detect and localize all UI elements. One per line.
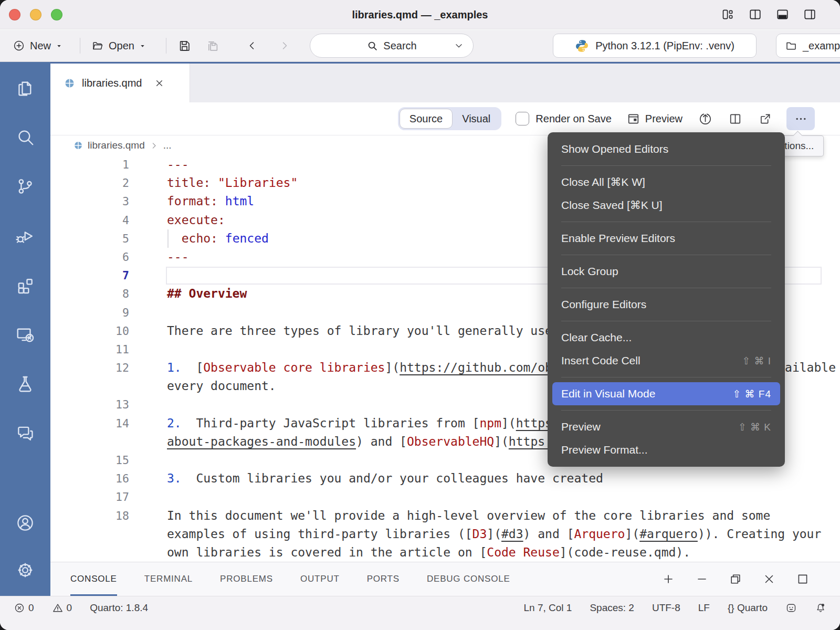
remote-icon[interactable] [15,324,35,344]
status-left: 00Quarto: 1.8.4 [14,602,148,614]
panel-tab-debug-console[interactable]: DEBUG CONSOLE [427,562,510,596]
python-icon [575,39,589,53]
panel-maximize-icon[interactable] [796,572,810,586]
extensions-icon[interactable] [15,275,35,295]
code-line-text: 3. Custom libraries you and/or your coll… [167,469,840,488]
search-icon[interactable] [15,127,35,147]
status-warning-count[interactable]: 0 [52,602,72,614]
project-button[interactable]: _examples [776,34,840,58]
new-button[interactable]: New [13,34,64,58]
status-text: Ln 7, Col 1 [524,602,572,614]
status-feedback[interactable] [785,602,797,614]
menu-item-lock-group[interactable]: Lock Group [548,260,785,283]
save-all-icon [206,39,220,53]
window-title: libraries.qmd — _examples [0,0,840,29]
status-notifications[interactable] [815,602,826,614]
menu-item-close-all-k-w[interactable]: Close All [⌘K W] [548,171,785,194]
save-all-button[interactable] [206,34,220,58]
source-control-icon[interactable] [15,176,35,196]
customize-layout-icon[interactable] [721,7,735,22]
settings-icon[interactable] [15,560,35,580]
main-toolbar: New Open Search Python 3.12.1 (P [0,30,840,62]
menu-separator [561,222,771,222]
menu-item-preview-format[interactable]: Preview Format... [548,438,785,461]
status-indentation[interactable]: Spaces: 2 [590,602,634,614]
line-number: 14 [50,414,129,433]
status-text: Spaces: 2 [590,602,634,614]
menu-item-label: Edit in Visual Mode [561,387,732,400]
status-eol[interactable]: LF [698,602,710,614]
status-text: Quarto: 1.8.4 [90,602,148,614]
panel-minimize-icon[interactable] [695,572,709,586]
source-mode-button[interactable]: Source [400,109,453,129]
quarto-file-icon [64,78,75,89]
toggle-panel-icon[interactable] [775,7,790,22]
testing-icon[interactable] [15,374,35,394]
search-icon [366,40,378,51]
menu-item-label: Lock Group [561,265,771,278]
more-actions-button[interactable] [786,107,815,130]
menu-item-clear-cache[interactable]: Clear Cache... [548,326,785,349]
open-button[interactable]: Open [91,34,147,58]
error-icon [14,602,25,614]
panel-close-x-icon[interactable] [762,572,776,586]
code-row: own libraries is covered in the article … [50,543,840,562]
panel-restore-icon[interactable] [729,572,742,586]
save-icon [177,39,192,53]
status-quarto-version[interactable]: Quarto: 1.8.4 [90,602,148,614]
breadcrumb-file[interactable]: libraries.qmd [88,140,145,151]
new-plus-icon [13,39,25,52]
menu-item-preview[interactable]: Preview⇧ ⌘ K [548,415,785,438]
status-cursor-position[interactable]: Ln 7, Col 1 [524,602,572,614]
interpreter-selector[interactable]: Python 3.12.1 (PipEnv: .venv) [553,34,757,58]
panel-tab-console[interactable]: CONSOLE [70,562,117,596]
search-chevron-down-icon [453,40,465,51]
menu-item-enable-preview-editors[interactable]: Enable Preview Editors [548,227,785,250]
panel-tab-output[interactable]: OUTPUT [300,562,340,596]
interpreter-label: Python 3.12.1 (PipEnv: .venv) [595,40,734,52]
panel-tab-problems[interactable]: PROBLEMS [220,562,273,596]
account-icon[interactable] [15,513,35,533]
split-editor-layout-icon[interactable] [748,7,762,22]
editor-toolbar: Source Visual Render on Save Preview [50,102,840,135]
breadcrumb-more[interactable]: ... [163,140,172,151]
chevron-right-icon [278,39,291,52]
navigate-forward-button[interactable] [278,34,291,58]
line-number: 11 [50,340,129,359]
toolbar-separator [80,38,80,54]
menu-item-close-saved-k-u[interactable]: Close Saved [⌘K U] [548,194,785,217]
save-button[interactable] [177,34,192,58]
menu-item-show-opened-editors[interactable]: Show Opened Editors [548,138,785,161]
toggle-secondary-sidebar-icon[interactable] [803,7,817,22]
panel-add-icon[interactable] [662,572,675,586]
preview-button[interactable]: Preview [626,112,682,126]
menu-item-configure-editors[interactable]: Configure Editors [548,293,785,316]
render-on-save-checkbox[interactable] [516,112,529,125]
menu-item-label: Preview Format... [561,444,771,456]
open-external-icon[interactable] [758,112,772,126]
search-input[interactable]: Search [310,34,474,58]
run-debug-icon[interactable] [15,226,35,246]
files-icon[interactable] [15,78,35,98]
tab-close-icon[interactable] [154,78,165,89]
line-number: 2 [50,174,129,192]
visual-mode-button[interactable]: Visual [453,109,500,129]
menu-separator [561,410,771,411]
panel-tab-ports[interactable]: PORTS [367,562,400,596]
status-text: 0 [67,602,72,614]
chevron-right-icon [150,141,159,150]
panel-tab-terminal[interactable]: TERMINAL [144,562,193,596]
tab-libraries-qmd[interactable]: libraries.qmd [50,64,190,102]
menu-item-insert-code-cell[interactable]: Insert Code Cell⇧ ⌘ I [548,349,785,372]
new-caret-icon [55,41,64,50]
navigate-back-button[interactable] [246,34,258,58]
menu-item-edit-in-visual-mode[interactable]: Edit in Visual Mode⇧ ⌘ F4 [552,382,780,405]
status-error-count[interactable]: 0 [14,602,34,614]
comments-icon[interactable] [15,423,35,443]
split-editor-icon[interactable] [728,112,742,126]
render-icon[interactable] [698,112,712,126]
source-label: Source [410,113,443,125]
status-language-mode[interactable]: {} Quarto [728,602,768,614]
status-bar: 00Quarto: 1.8.4 Ln 7, Col 1Spaces: 2UTF-… [0,596,840,630]
status-encoding[interactable]: UTF-8 [652,602,680,614]
